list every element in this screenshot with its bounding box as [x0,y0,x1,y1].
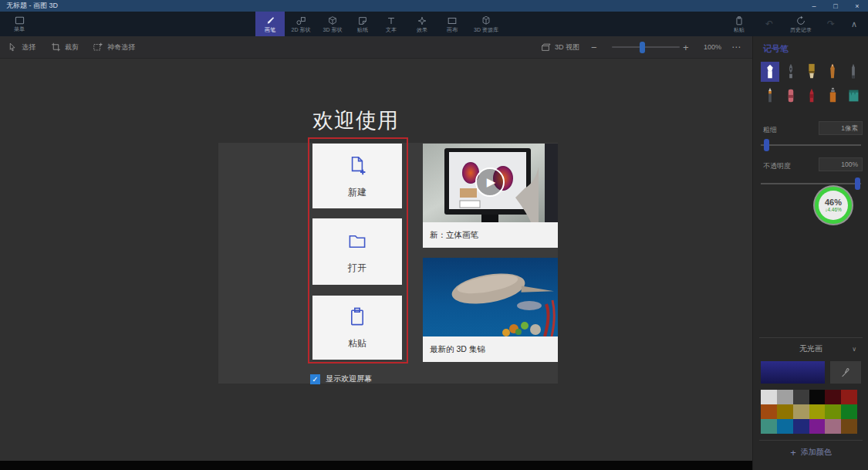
palette-swatch[interactable] [841,390,857,404]
palette-swatch[interactable] [809,419,826,434]
palette-swatch[interactable] [793,404,809,419]
3d-shapes-icon [327,15,338,26]
zoom-slider[interactable] [612,36,680,58]
undo-button[interactable]: ↶ [760,12,778,36]
eyedropper-icon [840,367,851,378]
tab-2d-shapes[interactable]: 2D 形状 [285,12,316,36]
thickness-slider-thumb[interactable] [764,139,769,151]
paste-action-button[interactable]: 粘贴 [312,296,402,360]
play-button[interactable]: ▶ [475,167,505,197]
palette-swatch[interactable] [777,404,793,419]
palette-swatch[interactable] [825,419,841,434]
paint3d-window: 无标题 - 画图 3D – □ × 菜单 画笔 2D 形状 [0,0,868,470]
canvas-bottom-edge [0,461,752,470]
magic-select-icon [93,42,103,52]
video-card-3d-collection[interactable]: 最新的 3D 集锦 [423,258,558,362]
history-button[interactable]: 历史记录 [782,12,820,36]
palette-swatch[interactable] [777,419,793,434]
zoom-in-button[interactable]: + [683,36,689,58]
thickness-slider[interactable] [761,144,861,146]
magic-select-button[interactable]: 神奇选择 [93,36,135,58]
oil-brush-button[interactable] [802,62,821,82]
redo-icon: ↷ [827,19,835,29]
percentage-gauge-overlay: 46% ↓4.46% [815,187,852,224]
minus-icon: − [591,42,597,53]
calligraphy-pen-button[interactable] [782,62,800,82]
brush-row-2 [761,86,863,106]
palette-swatch[interactable] [761,390,777,404]
marker-panel: 记号笔 [752,36,868,470]
tab-stickers[interactable]: 贴纸 [349,12,377,36]
tab-brushes[interactable]: 画笔 [255,12,285,36]
palette-swatch[interactable] [777,390,793,404]
close-button[interactable]: × [846,0,868,12]
color-palette [761,390,857,434]
pixel-pen-icon [846,63,861,81]
tab-3d-shapes[interactable]: 3D 形状 [317,12,348,36]
panel-title: 记号笔 [763,43,789,55]
palette-swatch[interactable] [793,419,809,434]
menu-icon [14,15,25,25]
plus-icon: + [790,447,796,458]
cursor-icon [8,42,18,52]
collapse-ribbon-button[interactable]: ∧ [844,12,864,36]
add-color-button[interactable]: + 添加颜色 [761,446,861,458]
zoom-out-button[interactable]: − [591,36,597,58]
eraser-icon [783,86,799,105]
minimize-button[interactable]: – [803,0,825,12]
palette-swatch[interactable] [793,390,809,404]
video-caption: 新：立体画笔 [423,222,558,248]
palette-swatch[interactable] [825,404,841,419]
crop-icon [51,42,61,52]
current-color-swatch[interactable] [761,361,825,384]
tab-effects[interactable]: 效果 [408,12,436,36]
select-button[interactable]: 选择 [8,36,35,58]
redo-button[interactable]: ↷ [822,12,840,36]
video-card-3d-pens[interactable]: ▶ 新：立体画笔 [423,144,558,248]
marker-brush-button[interactable] [761,62,779,82]
pixel-pen-button[interactable] [844,62,863,82]
palette-swatch[interactable] [809,390,826,404]
paste-button[interactable]: 粘贴 [724,12,755,36]
opacity-slider-thumb[interactable] [855,178,860,190]
maximize-button[interactable]: □ [825,0,846,12]
marker-icon [762,63,778,81]
fill-tool-button[interactable] [844,86,863,106]
opacity-slider[interactable] [761,183,861,184]
material-dropdown[interactable]: 无光画 ∨ [759,342,863,356]
open-button[interactable]: 打开 [312,218,402,285]
undo-icon: ↶ [765,19,773,29]
spray-can-button[interactable] [823,86,842,106]
eyedropper-button[interactable] [830,361,861,384]
plus-icon: + [683,42,689,53]
new-button[interactable]: 新建 [312,144,402,208]
more-options-button[interactable]: ⋯ [731,36,741,58]
crayon-brush-button[interactable] [802,86,821,106]
opacity-value[interactable]: 100% [819,157,863,171]
palette-swatch[interactable] [809,404,826,419]
watercolor-brush-button[interactable] [823,62,842,82]
divider [759,440,863,441]
divider [759,337,863,338]
show-welcome-checkbox[interactable]: ✓ 显示欢迎屏幕 [310,374,372,384]
palette-swatch[interactable] [761,419,777,434]
eraser-brush-button[interactable] [782,86,800,106]
thickness-value[interactable]: 1像素 [819,121,863,135]
effects-icon [417,15,427,26]
tab-canvas[interactable]: 画布 [438,12,466,36]
crayon-icon [804,86,819,105]
sub-toolbar: 选择 裁剪 神奇选择 3D 视图 − [0,36,752,59]
palette-swatch[interactable] [825,390,841,404]
pencil-brush-button[interactable] [761,86,779,106]
menu-button[interactable]: 菜单 [5,12,34,36]
palette-swatch[interactable] [761,404,777,419]
tab-3d-library[interactable]: 3D 资源库 [468,12,505,36]
zoom-slider-thumb[interactable] [640,42,645,53]
palette-swatch[interactable] [841,404,857,419]
palette-swatch[interactable] [841,419,857,434]
sticker-icon [357,15,368,26]
tab-text[interactable]: 文本 [377,12,405,36]
3d-view-button[interactable]: 3D 视图 [540,36,579,58]
checkbox-checked-icon[interactable]: ✓ [310,374,320,384]
crop-button[interactable]: 裁剪 [51,36,79,58]
